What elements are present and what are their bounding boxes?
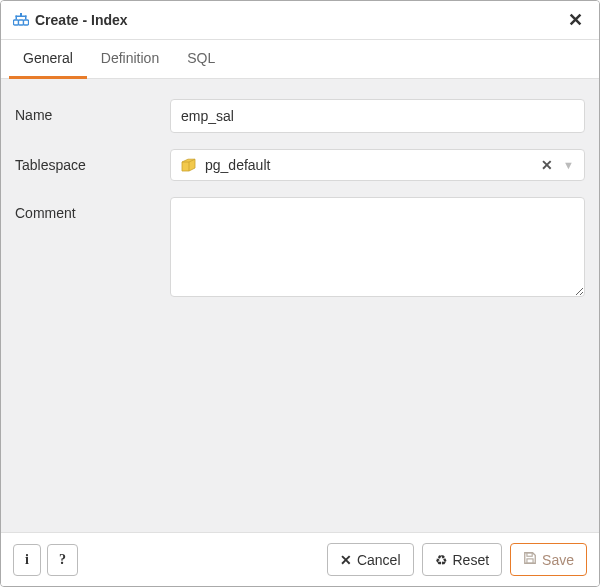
close-icon[interactable]: ✕ — [564, 9, 587, 31]
tablespace-select[interactable]: pg_default ✕ ▼ — [170, 149, 585, 181]
save-icon — [523, 551, 537, 568]
form-body: Name Tablespace pg_default ✕ — [1, 79, 599, 532]
cancel-label: Cancel — [357, 552, 401, 568]
tab-general[interactable]: General — [9, 40, 87, 79]
info-button[interactable]: i — [13, 544, 41, 576]
tablespace-clear-icon[interactable]: ✕ — [535, 157, 559, 173]
row-tablespace: Tablespace pg_default ✕ ▼ — [15, 149, 585, 181]
svg-rect-6 — [24, 20, 29, 25]
tablespace-value: pg_default — [205, 157, 535, 173]
cancel-icon: ✕ — [340, 552, 352, 568]
tab-definition[interactable]: Definition — [87, 40, 173, 79]
tab-sql[interactable]: SQL — [173, 40, 229, 79]
tablespace-icon — [181, 158, 197, 172]
name-label: Name — [15, 99, 170, 133]
dialog-title: Create - Index — [35, 12, 564, 28]
svg-rect-7 — [527, 553, 532, 557]
svg-rect-3 — [25, 16, 27, 20]
tabs: General Definition SQL — [1, 40, 599, 79]
tablespace-label: Tablespace — [15, 149, 170, 181]
create-index-dialog: Create - Index ✕ General Definition SQL … — [0, 0, 600, 587]
svg-rect-5 — [19, 20, 24, 25]
name-input[interactable] — [170, 99, 585, 133]
title-bar: Create - Index ✕ — [1, 1, 599, 40]
cancel-button[interactable]: ✕ Cancel — [327, 543, 414, 576]
comment-input[interactable] — [170, 197, 585, 297]
svg-rect-4 — [14, 20, 19, 25]
chevron-down-icon: ▼ — [563, 159, 574, 171]
index-icon — [13, 12, 29, 28]
recycle-icon: ♻ — [435, 552, 448, 568]
save-label: Save — [542, 552, 574, 568]
help-button[interactable]: ? — [47, 544, 78, 576]
svg-rect-2 — [16, 16, 18, 20]
row-name: Name — [15, 99, 585, 133]
footer: i ? ✕ Cancel ♻ Reset Save — [1, 532, 599, 586]
reset-button[interactable]: ♻ Reset — [422, 543, 503, 576]
comment-label: Comment — [15, 197, 170, 300]
help-icon: ? — [59, 552, 66, 568]
svg-rect-1 — [16, 16, 27, 18]
save-button[interactable]: Save — [510, 543, 587, 576]
info-icon: i — [25, 552, 29, 568]
reset-label: Reset — [453, 552, 490, 568]
row-comment: Comment — [15, 197, 585, 300]
